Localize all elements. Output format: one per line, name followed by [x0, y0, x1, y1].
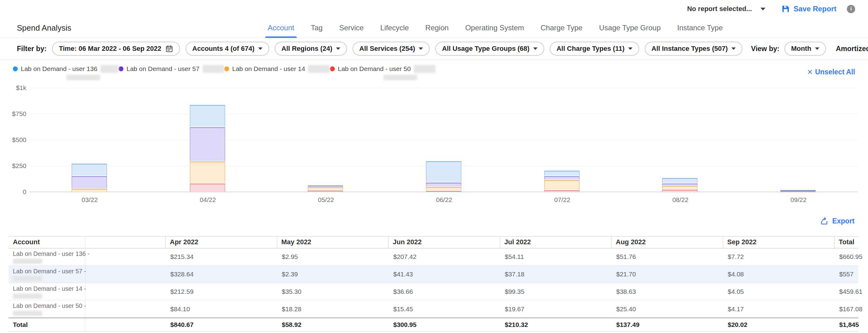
table-row-lab-on-demand-user-14[interactable]: Lab on Demand - user 14 -$212.59$35.30$3…: [8, 283, 858, 301]
bar-segment-lab-on-demand-user-50[interactable]: [426, 191, 461, 192]
save-report-button[interactable]: Save Report: [781, 5, 836, 13]
caret-down-icon: [419, 47, 423, 50]
legend-dot-icon: [119, 66, 123, 71]
legend-item-lab-on-demand-user-50[interactable]: Lab on Demand - user 50: [330, 60, 436, 80]
filter-pill-all-services-254[interactable]: All Services (254): [352, 42, 430, 56]
bar-segment-lab-on-demand-user-14[interactable]: [72, 189, 107, 192]
spacer-cell: [85, 248, 165, 266]
bar-segment-lab-on-demand-user-50[interactable]: [662, 190, 698, 192]
bar-segment-lab-on-demand-user-136[interactable]: [190, 105, 225, 127]
tab-account[interactable]: Account: [267, 18, 296, 38]
filter-pill-all-instance-types-507[interactable]: All Instance Types (507): [645, 42, 742, 56]
table-row-lab-on-demand-user-136[interactable]: Lab on Demand - user 136 -$215.34$2.95$2…: [8, 248, 858, 266]
topbar: No report selected... Save Report: [0, 0, 868, 18]
tab-bar: AccountTagServiceLifecycleRegionOperatin…: [267, 18, 724, 38]
bar-segment-lab-on-demand-user-136[interactable]: [426, 161, 461, 182]
redacted-text: [100, 65, 119, 73]
bar-segment-lab-on-demand-user-136[interactable]: [662, 178, 698, 183]
redacted-text: [13, 259, 42, 264]
bar-segment-lab-on-demand-user-57[interactable]: [190, 127, 225, 161]
unselect-all-button[interactable]: Unselect All: [807, 67, 855, 76]
tab-operating-system[interactable]: Operating System: [464, 18, 525, 38]
bar-segment-lab-on-demand-user-57[interactable]: [72, 176, 107, 188]
table-row-lab-on-demand-user-50[interactable]: Lab on Demand - user 50 -$84.10$18.28$15…: [8, 301, 858, 318]
legend: Lab on Demand - user 136Lab on Demand - …: [0, 60, 868, 85]
filter-pill-all-charge-types-11[interactable]: All Charge Types (11): [550, 42, 639, 56]
value-cell: $4.17: [723, 301, 834, 318]
bar-segment-lab-on-demand-user-136[interactable]: [544, 171, 580, 176]
value-cell: $4.08: [723, 266, 834, 283]
report-selector[interactable]: No report selected...: [687, 5, 765, 13]
tab-usage-type-group[interactable]: Usage Type Group: [598, 18, 662, 38]
filter-pill-all-usage-type-groups-68[interactable]: All Usage Type Groups (68): [435, 42, 544, 56]
legend-item-lab-on-demand-user-136[interactable]: Lab on Demand - user 136: [13, 60, 119, 80]
column-header-total: Total: [834, 237, 858, 248]
filter-by-label: Filter by:: [17, 45, 46, 53]
bar-segment-lab-on-demand-user-14[interactable]: [662, 186, 698, 189]
unselect-all-label: Unselect All: [815, 68, 855, 76]
table-row-lab-on-demand-user-57[interactable]: Lab on Demand - user 57 -$328.64$2.39$41…: [8, 266, 858, 283]
export-button[interactable]: Export: [820, 217, 855, 225]
tab-instance-type[interactable]: Instance Type: [676, 18, 724, 38]
total-value-cell: $58.92: [277, 318, 389, 331]
redacted-text: [66, 75, 100, 80]
export-icon: [820, 217, 829, 225]
account-cell: Lab on Demand - user 14 -: [8, 283, 85, 301]
redacted-text: [414, 65, 436, 73]
tab-service[interactable]: Service: [338, 18, 365, 38]
filter-pill-all-regions-24[interactable]: All Regions (24): [275, 42, 347, 56]
view-by-group: View by: Month: [751, 42, 826, 56]
bar-segment-lab-on-demand-user-50[interactable]: [308, 191, 343, 192]
bar-segment-lab-on-demand-user-50[interactable]: [190, 184, 225, 192]
redacted-text: [203, 65, 224, 73]
value-cell: $459.61: [834, 283, 858, 301]
redacted-text: [383, 75, 417, 80]
caret-down-icon: [258, 47, 262, 50]
bar-segment-lab-on-demand-user-57[interactable]: [426, 183, 461, 187]
tab-charge-type[interactable]: Charge Type: [539, 18, 584, 38]
legend-item-lab-on-demand-user-14[interactable]: Lab on Demand - user 14: [224, 60, 330, 80]
caret-down-icon: [761, 8, 765, 10]
tab-region[interactable]: Region: [424, 18, 450, 38]
total-value-cell: $1,845: [834, 318, 858, 331]
bar-segment-lab-on-demand-user-57[interactable]: [544, 176, 580, 180]
redacted-text: [13, 276, 42, 281]
calendar-icon: [165, 45, 173, 53]
caret-down-icon: [815, 47, 819, 50]
export-label: Export: [832, 217, 855, 225]
value-cell: $36.66: [389, 283, 500, 301]
redacted-text: [308, 65, 330, 73]
bar-segment-lab-on-demand-user-136[interactable]: [308, 186, 343, 186]
bar-segment-lab-on-demand-user-14[interactable]: [544, 180, 580, 190]
column-header-apr-2022: Apr 2022: [165, 237, 277, 248]
caret-down-icon: [336, 47, 340, 50]
filter-pill-time[interactable]: Time: 06 Mar 2022 - 06 Sep 2022: [52, 42, 180, 56]
filter-pill-accounts-4-of-674[interactable]: Accounts 4 (of 674): [186, 42, 269, 56]
column-header-aug-2022: Aug 2022: [611, 237, 723, 248]
save-icon: [781, 5, 790, 13]
bar-segment-lab-on-demand-user-14[interactable]: [426, 187, 461, 190]
value-cell: $328.64: [165, 266, 277, 283]
tab-lifecycle[interactable]: Lifecycle: [379, 18, 410, 38]
bar-segment-lab-on-demand-user-136[interactable]: [780, 190, 816, 191]
info-icon[interactable]: [847, 5, 855, 13]
column-header-account: Account: [8, 237, 85, 248]
bar-segment-lab-on-demand-user-14[interactable]: [190, 162, 225, 183]
legend-items: Lab on Demand - user 136Lab on Demand - …: [13, 60, 868, 80]
account-cell: Lab on Demand - user 50 -: [8, 301, 85, 318]
bar-segment-lab-on-demand-user-14[interactable]: [308, 187, 343, 190]
filter-bar: Filter by: Time: 06 Mar 2022 - 06 Sep 20…: [0, 38, 868, 60]
legend-item-lab-on-demand-user-57[interactable]: Lab on Demand - user 57: [119, 60, 224, 80]
total-value-cell: $20.02: [723, 318, 834, 331]
column-header-may-2022: May 2022: [277, 237, 389, 248]
value-cell: $37.18: [500, 266, 611, 283]
column-header-jun-2022: Jun 2022: [389, 237, 500, 248]
bar-segment-lab-on-demand-user-57[interactable]: [662, 184, 698, 185]
value-cell: $84.10: [165, 301, 277, 318]
bar-segment-lab-on-demand-user-136[interactable]: [72, 164, 107, 176]
bar-segment-lab-on-demand-user-50[interactable]: [544, 190, 580, 192]
view-by-select[interactable]: Month: [784, 42, 826, 56]
tab-tag[interactable]: Tag: [310, 18, 324, 38]
spacer-cell: [85, 301, 165, 318]
column-header-jul-2022: Jul 2022: [500, 237, 611, 248]
